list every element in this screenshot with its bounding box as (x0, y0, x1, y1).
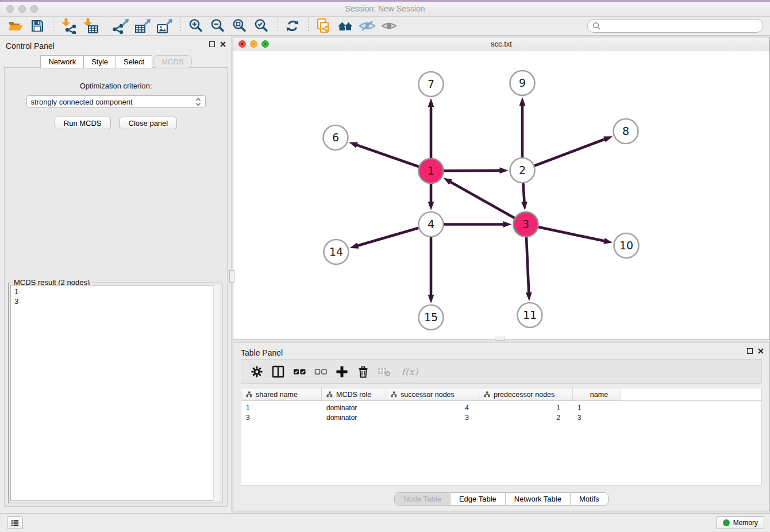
status-bar: Memory (0, 513, 770, 532)
home-button[interactable] (336, 17, 355, 34)
tab-mcds[interactable]: MCDS (153, 55, 191, 68)
delete-table-button[interactable] (376, 363, 393, 380)
tab-edge-table[interactable]: Edge Table (451, 493, 506, 505)
control-panel-title: Control Panel (0, 36, 232, 51)
table-cell: 1 (241, 404, 322, 412)
import-table-button[interactable] (80, 17, 100, 34)
table-cell: 3 (241, 414, 322, 422)
zoom-in-icon (188, 18, 204, 34)
delete-column-button[interactable] (355, 363, 372, 380)
zoom-window-icon[interactable] (30, 5, 38, 13)
graph-edge-arrow (603, 136, 613, 142)
network-canvas[interactable]: 7968124314101511 (233, 51, 769, 340)
clone-network-icon (316, 18, 331, 34)
open-session-button[interactable] (6, 17, 25, 34)
task-history-button[interactable] (7, 516, 23, 529)
clone-network-button[interactable] (314, 17, 333, 34)
zoom-fit-button[interactable] (230, 17, 249, 34)
network-view-window: × − + scc.txt 7968124314101511 (233, 37, 770, 340)
minimize-window-icon[interactable] (18, 5, 26, 13)
zoom-selected-button[interactable] (252, 17, 271, 34)
column-header-predecessor-nodes[interactable]: predecessor nodes (479, 388, 573, 400)
table-cell: dominator (322, 404, 386, 412)
zoom-out-button[interactable] (208, 17, 228, 34)
close-table-panel-icon[interactable] (758, 348, 764, 354)
node-table: shared nameMCDS rolesuccessor nodesprede… (241, 388, 762, 485)
column-tree-icon (391, 391, 397, 398)
graph-node-label: 4 (428, 218, 434, 230)
table-row[interactable]: 3dominator323 (241, 413, 761, 422)
column-header-MCDS-role[interactable]: MCDS role (322, 388, 386, 400)
export-network-button[interactable] (111, 17, 131, 34)
network-graph-svg[interactable]: 7968124314101511 (233, 51, 769, 340)
mcds-result-list: 13 (10, 285, 220, 501)
column-header-shared-name[interactable]: shared name (241, 388, 322, 400)
optimization-criterion-label: Optimization criterion: (5, 82, 227, 90)
column-header-successor-nodes[interactable]: successor nodes (386, 388, 479, 400)
export-image-button[interactable] (155, 17, 175, 34)
checked-boxes-icon (293, 365, 306, 378)
column-settings-button[interactable] (248, 363, 265, 380)
zoom-selected-icon (253, 18, 270, 34)
canvas-splitter-handle[interactable] (495, 337, 505, 341)
close-panel-icon[interactable] (220, 41, 226, 47)
tab-network-table[interactable]: Network Table (506, 493, 571, 505)
show-hidden-button[interactable] (379, 17, 399, 34)
optimization-criterion-dropdown[interactable]: strongly connected component (26, 95, 206, 108)
column-tree-icon (246, 391, 252, 398)
memory-button[interactable]: Memory (717, 516, 764, 529)
toolbar-separator (276, 18, 278, 33)
eye-icon (381, 20, 397, 32)
close-panel-button[interactable]: Close panel (120, 117, 178, 129)
graph-edge-arrow (503, 221, 512, 228)
dropdown-value: strongly connected component (31, 98, 133, 106)
graph-edge-arrow (349, 142, 358, 148)
graph-node-label: 8 (622, 125, 629, 137)
toolbar-separator (180, 18, 181, 33)
network-minimize-icon[interactable]: − (250, 40, 257, 48)
hide-selected-button[interactable] (357, 17, 377, 34)
network-window-titlebar[interactable]: × − + scc.txt (233, 37, 769, 52)
result-scrollbar[interactable] (213, 285, 220, 501)
export-image-icon (156, 18, 174, 34)
control-panel: Control Panel Network Style Select MCDS … (0, 36, 232, 514)
tab-node-table[interactable]: Node Table (395, 493, 451, 505)
tab-network[interactable]: Network (40, 55, 84, 68)
table-cell: 4 (386, 404, 479, 412)
search-input[interactable] (604, 21, 758, 31)
table-row[interactable]: 1dominator411 (241, 403, 761, 413)
export-table-button[interactable] (133, 17, 153, 34)
window-controls (6, 5, 38, 13)
add-column-button[interactable] (333, 363, 351, 380)
tab-style[interactable]: Style (83, 55, 116, 68)
refresh-view-button[interactable] (283, 17, 302, 34)
panel-splitter-handle[interactable] (229, 270, 234, 283)
apply-function-button[interactable]: f(x) (397, 363, 422, 380)
tab-select[interactable]: Select (116, 55, 152, 68)
network-maximize-icon[interactable]: + (261, 40, 269, 48)
import-network-button[interactable] (59, 17, 78, 34)
select-all-columns-button[interactable] (291, 363, 308, 380)
zoom-in-button[interactable] (186, 17, 206, 34)
search-box[interactable] (587, 19, 763, 33)
memory-status-icon (723, 519, 730, 526)
column-header-name[interactable]: name (573, 388, 621, 400)
tab-motifs[interactable]: Motifs (571, 493, 608, 505)
float-panel-icon[interactable] (209, 41, 215, 47)
graph-node-label: 2 (519, 164, 526, 176)
save-session-button[interactable] (28, 17, 47, 34)
close-window-icon[interactable] (6, 5, 14, 13)
toolbar-separator (105, 18, 106, 33)
deselect-all-columns-button[interactable] (312, 363, 329, 380)
network-close-icon[interactable]: × (238, 40, 246, 48)
float-table-panel-icon[interactable] (747, 348, 753, 354)
graph-edge-2-8[interactable] (522, 139, 606, 171)
node-table-body: 1dominator4113dominator323 (241, 401, 761, 422)
split-view-button[interactable] (270, 363, 287, 380)
mcds-tab-content: Optimization criterion: strongly connect… (4, 67, 228, 507)
main-toolbar (0, 17, 770, 36)
control-panel-tabs: Network Style Select MCDS (0, 55, 232, 68)
run-mcds-button[interactable]: Run MCDS (55, 117, 111, 129)
graph-edge-arrow (443, 178, 452, 185)
graph-node-label: 10 (619, 239, 633, 252)
